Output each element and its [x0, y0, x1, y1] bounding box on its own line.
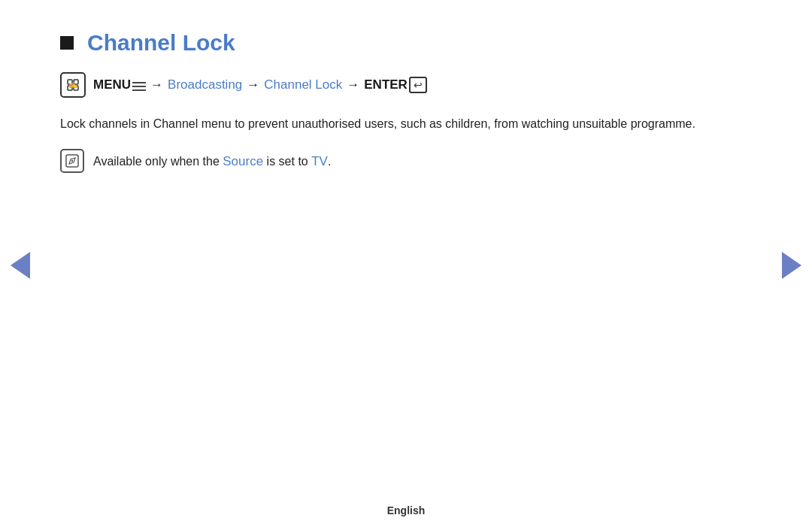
note-row: Available only when the Source is set to…: [60, 149, 752, 173]
description-text: Lock channels in Channel menu to prevent…: [60, 114, 752, 134]
title-square-icon: [60, 36, 74, 50]
footer-language: English: [387, 504, 426, 516]
nav-previous-button[interactable]: [11, 252, 30, 279]
enter-icon: ↩: [409, 77, 427, 93]
note-middle: is set to: [263, 155, 311, 168]
svg-point-9: [71, 159, 73, 161]
note-prefix: Available only when the: [93, 155, 223, 168]
footer: English: [0, 504, 812, 516]
channel-lock-link[interactable]: Channel Lock: [264, 77, 342, 92]
main-content: Channel Lock ✍ MENU → Broadcasting →: [0, 0, 812, 173]
broadcasting-link[interactable]: Broadcasting: [168, 77, 242, 92]
note-pencil-icon: [60, 149, 84, 173]
source-link[interactable]: Source: [223, 154, 263, 168]
arrow-2: →: [247, 77, 259, 92]
menu-button-icon: ✍: [60, 72, 86, 98]
arrow-1: →: [150, 77, 163, 92]
page-title: Channel Lock: [87, 30, 235, 56]
nav-next-button[interactable]: [782, 252, 801, 279]
note-text: Available only when the Source is set to…: [93, 149, 331, 171]
menu-grid-icon: [132, 80, 146, 91]
enter-label: ENTER: [364, 77, 408, 92]
right-arrow-icon: [782, 252, 801, 279]
svg-text:✍: ✍: [68, 80, 78, 89]
menu-path-row: ✍ MENU → Broadcasting → Channel Lock → E…: [60, 72, 752, 98]
title-row: Channel Lock: [60, 30, 752, 56]
arrow-3: →: [347, 77, 359, 92]
note-suffix: .: [328, 155, 331, 168]
tv-link[interactable]: TV: [311, 154, 328, 168]
left-arrow-icon: [11, 252, 30, 279]
menu-label: MENU: [93, 77, 131, 92]
